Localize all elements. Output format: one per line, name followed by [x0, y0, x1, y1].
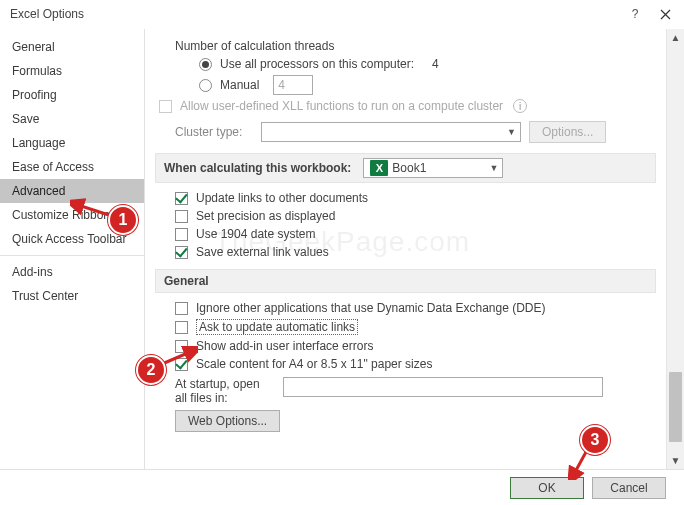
annotation-badge-1: 1: [108, 205, 138, 235]
section-general: General: [155, 269, 656, 293]
sidebar-separator: [0, 255, 144, 256]
ask-update-label: Ask to update automatic links: [196, 319, 358, 335]
checkbox-use-1904[interactable]: [175, 228, 188, 241]
help-button[interactable]: ?: [620, 3, 650, 25]
section-header-workbook: When calculating this workbook:: [164, 161, 351, 175]
content-area: General Formulas Proofing Save Language …: [0, 28, 684, 469]
cluster-options-button: Options...: [529, 121, 606, 143]
sidebar-item-add-ins[interactable]: Add-ins: [0, 260, 144, 284]
chevron-down-icon: ▼: [507, 127, 516, 137]
set-precision-label: Set precision as displayed: [196, 209, 335, 223]
scroll-track[interactable]: [667, 46, 684, 452]
info-icon[interactable]: i: [513, 99, 527, 113]
sidebar-item-general[interactable]: General: [0, 35, 144, 59]
excel-icon: X: [370, 160, 388, 176]
scroll-up-arrow[interactable]: ▲: [667, 29, 684, 46]
cluster-type-dropdown: ▼: [261, 122, 521, 142]
save-external-row: Save external link values: [175, 245, 656, 259]
radio-manual[interactable]: [199, 79, 212, 92]
radio-use-all-processors[interactable]: [199, 58, 212, 71]
section-when-calculating: When calculating this workbook: XBook1 ▼: [155, 153, 656, 183]
use-1904-label: Use 1904 date system: [196, 227, 315, 241]
close-button[interactable]: [650, 3, 680, 25]
checkbox-allow-udf: [159, 100, 172, 113]
scale-content-label: Scale content for A4 or 8.5 x 11" paper …: [196, 357, 432, 371]
threads-text: Number of calculation threads: [175, 39, 334, 53]
cluster-type-label: Cluster type:: [175, 125, 253, 139]
cancel-button[interactable]: Cancel: [592, 477, 666, 499]
scale-content-row: Scale content for A4 or 8.5 x 11" paper …: [175, 357, 656, 371]
use-all-processors-row: Use all processors on this computer: 4: [199, 57, 656, 71]
options-pane: Number of calculation threads Use all pr…: [145, 29, 666, 469]
allow-udf-label: Allow user-defined XLL functions to run …: [180, 99, 503, 113]
show-addin-errors-label: Show add-in user interface errors: [196, 339, 373, 353]
title-bar: Excel Options ?: [0, 0, 684, 28]
save-external-label: Save external link values: [196, 245, 329, 259]
chevron-down-icon: ▼: [489, 163, 498, 173]
scroll-down-arrow[interactable]: ▼: [667, 452, 684, 469]
checkbox-save-external[interactable]: [175, 246, 188, 259]
close-icon: [660, 9, 671, 20]
startup-path-input[interactable]: [283, 377, 603, 397]
annotation-arrow-3: [568, 450, 594, 480]
workbook-dropdown[interactable]: XBook1 ▼: [363, 158, 503, 178]
sidebar-item-ease-of-access[interactable]: Ease of Access: [0, 155, 144, 179]
checkbox-update-links[interactable]: [175, 192, 188, 205]
show-addin-errors-row: Show add-in user interface errors: [175, 339, 656, 353]
web-options-button[interactable]: Web Options...: [175, 410, 280, 432]
annotation-badge-2: 2: [136, 355, 166, 385]
update-links-row: Update links to other documents: [175, 191, 656, 205]
use-1904-row: Use 1904 date system: [175, 227, 656, 241]
manual-row: Manual 4: [199, 75, 656, 95]
set-precision-row: Set precision as displayed: [175, 209, 656, 223]
manual-label: Manual: [220, 78, 259, 92]
options-pane-wrap: Number of calculation threads Use all pr…: [145, 29, 684, 469]
annotation-badge-3: 3: [580, 425, 610, 455]
startup-row: At startup, open all files in:: [175, 377, 656, 406]
section-header-general: General: [164, 274, 209, 288]
vertical-scrollbar[interactable]: ▲ ▼: [666, 29, 684, 469]
sidebar: General Formulas Proofing Save Language …: [0, 29, 145, 469]
sidebar-item-trust-center[interactable]: Trust Center: [0, 284, 144, 308]
processor-count: 4: [432, 57, 439, 71]
scroll-thumb[interactable]: [669, 372, 682, 442]
cluster-row: Cluster type: ▼ Options...: [175, 121, 656, 143]
startup-label: At startup, open all files in:: [175, 377, 275, 406]
ignore-dde-label: Ignore other applications that use Dynam…: [196, 301, 546, 315]
workbook-name: Book1: [392, 161, 426, 175]
sidebar-item-language[interactable]: Language: [0, 131, 144, 155]
update-links-label: Update links to other documents: [196, 191, 368, 205]
calc-threads-label: Number of calculation threads: [175, 39, 656, 53]
sidebar-item-proofing[interactable]: Proofing: [0, 83, 144, 107]
window-title: Excel Options: [10, 7, 620, 21]
checkbox-set-precision[interactable]: [175, 210, 188, 223]
allow-udf-row: Allow user-defined XLL functions to run …: [159, 99, 656, 113]
ignore-dde-row: Ignore other applications that use Dynam…: [175, 301, 656, 315]
use-all-label: Use all processors on this computer:: [220, 57, 414, 71]
manual-count-input[interactable]: 4: [273, 75, 313, 95]
checkbox-ignore-dde[interactable]: [175, 302, 188, 315]
ask-update-row: Ask to update automatic links: [175, 319, 656, 335]
checkbox-ask-update[interactable]: [175, 321, 188, 334]
sidebar-item-formulas[interactable]: Formulas: [0, 59, 144, 83]
sidebar-item-save[interactable]: Save: [0, 107, 144, 131]
